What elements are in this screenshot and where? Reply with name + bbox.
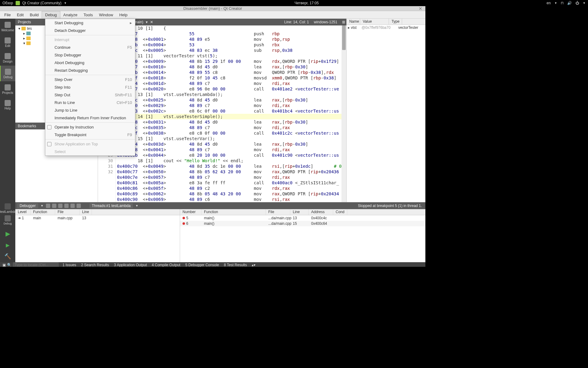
step-out-icon[interactable] xyxy=(70,204,75,208)
menu-analyze[interactable]: Analyze xyxy=(60,11,81,18)
build-button[interactable]: 🔨 xyxy=(0,251,15,262)
col-type[interactable]: Type xyxy=(389,19,402,25)
window-titlebar: Disassembler (main) - Qt Creator ✕ xyxy=(0,6,425,11)
step-into-icon[interactable] xyxy=(64,204,69,208)
network-icon[interactable]: ⊓ xyxy=(561,1,564,5)
menu-edit[interactable]: Edit xyxy=(14,11,27,18)
sidebar-item-debug[interactable]: Debug xyxy=(0,66,15,81)
run-debug-button[interactable]: ▶ xyxy=(0,240,15,251)
stack-line: 13 xyxy=(80,216,89,220)
menu-item-interrupt: Interrupt xyxy=(45,36,135,44)
col-number[interactable]: Number xyxy=(180,209,202,215)
menu-item-continue[interactable]: ContinueF5 xyxy=(45,44,135,51)
target-selector[interactable]: testLambdaDebug xyxy=(0,200,15,228)
gnome-topbar: Обзор Qt Creator (Community)▼ Четверг, 1… xyxy=(0,0,588,6)
split-editor-icon[interactable]: ⊞ xyxy=(342,20,345,24)
volume-icon[interactable]: 🔊 xyxy=(567,1,572,5)
close-tab-icon[interactable]: ✕ xyxy=(150,20,153,24)
step-over-icon[interactable] xyxy=(58,204,62,208)
menu-bar: FileEditBuildDebugAnalyzeToolsWindowHelp xyxy=(0,11,425,19)
debugger-status: Stopped at breakpoint 5 (1) in thread 1. xyxy=(358,204,422,208)
col-name[interactable]: Name xyxy=(347,19,360,25)
col-value[interactable]: Value xyxy=(360,19,389,25)
col-address[interactable]: Address xyxy=(309,209,333,215)
menu-item-detach-debugger[interactable]: Detach Debugger xyxy=(45,27,135,34)
checkbox-icon xyxy=(47,142,51,146)
tab-dropdown-icon[interactable]: ▾ xyxy=(146,20,148,24)
menu-item-operate-by-instruction[interactable]: Operate by Instruction xyxy=(45,123,135,131)
menu-item-select: Select xyxy=(45,148,135,155)
col-function[interactable]: Function xyxy=(31,209,55,215)
menu-item-restart-debugging[interactable]: Restart Debugging xyxy=(45,67,135,74)
menu-help[interactable]: Help xyxy=(116,11,130,18)
menu-item-toggle-breakpoint[interactable]: Toggle BreakpointF9 xyxy=(45,131,135,139)
stop-icon xyxy=(48,53,52,57)
col-file[interactable]: File xyxy=(266,209,290,215)
breakpoints-view[interactable]: Number Function File Line Address Cond 5… xyxy=(180,209,444,262)
menu-item-start-debugging[interactable]: Start Debugging▸ xyxy=(45,19,135,27)
thread-selector[interactable]: Threads:#1 testLambda xyxy=(89,203,133,208)
debug-menu-dropdown: Start Debugging▸Detach DebuggerInterrupt… xyxy=(45,19,135,156)
play-icon xyxy=(48,45,52,50)
step-icon xyxy=(48,78,52,82)
menu-build[interactable]: Build xyxy=(27,11,42,18)
close-icon[interactable]: ✕ xyxy=(419,6,422,11)
col-function[interactable]: Function xyxy=(202,209,266,215)
menu-item-step-over[interactable]: Step OverF10 xyxy=(45,76,135,83)
menu-item-stop-debugger[interactable]: Stop Debugger xyxy=(45,51,135,59)
stack-view[interactable]: Level Function File Line ➜ 1 main main.c… xyxy=(15,209,180,262)
more-icon[interactable]: ▴▾ xyxy=(252,263,255,267)
app-menu[interactable]: Qt Creator (Community) xyxy=(22,1,62,5)
menu-window[interactable]: Window xyxy=(96,11,116,18)
toggle-sidebar-icon[interactable]: ▣ xyxy=(2,263,6,267)
project-root[interactable]: tes xyxy=(27,26,32,31)
sidebar-item-welcome[interactable]: Welcome xyxy=(0,19,15,34)
step-icon xyxy=(48,85,52,90)
menu-item-step-out[interactable]: Step OutShift+F11 xyxy=(45,91,135,99)
debugger-toolbar: Debugger▼ Threads:#1 testLambda▼ Stopped… xyxy=(15,202,444,209)
search-icon: 🔍 xyxy=(7,263,12,267)
menu-debug[interactable]: Debug xyxy=(42,11,60,18)
line-col-label[interactable]: Line: 14, Col: 1 xyxy=(284,20,309,24)
instruction-icon[interactable] xyxy=(77,204,81,208)
menu-item-abort-debugging[interactable]: Abort Debugging xyxy=(45,59,135,67)
lang-indicator[interactable]: en xyxy=(547,1,551,5)
activities-label[interactable]: Обзор xyxy=(2,1,13,5)
stop-icon[interactable] xyxy=(52,204,56,208)
sidebar-item-edit[interactable]: Edit xyxy=(0,34,15,50)
run-button[interactable]: ▶ xyxy=(0,228,15,240)
col-line[interactable]: Line xyxy=(80,209,92,215)
sidebar-item-design[interactable]: Design xyxy=(0,50,15,66)
pause-icon xyxy=(48,38,52,42)
menu-item-jump-to-line[interactable]: Jump to Line xyxy=(45,106,135,114)
var-value: @0x7ffef976ba70 xyxy=(361,25,398,30)
breakpoint-row[interactable]: 6main()...da/main.cpp150x400c64 xyxy=(180,221,444,226)
menu-item-step-into[interactable]: Step IntoF11 xyxy=(45,83,135,91)
col-file[interactable]: File xyxy=(55,209,80,215)
menu-item-run-to-line[interactable]: Run to LineCtrl+F10 xyxy=(45,99,135,106)
power-icon[interactable]: ⏻ xyxy=(575,1,579,5)
submenu-arrow-icon: ▸ xyxy=(130,21,132,25)
menu-tools[interactable]: Tools xyxy=(81,11,96,18)
menu-item-immediately-return-from-inner-function[interactable]: Immediately Return From Inner Function xyxy=(45,114,135,122)
col-cond[interactable]: Cond xyxy=(333,209,347,215)
select-icon xyxy=(48,150,52,154)
stack-file: main.cpp xyxy=(55,216,80,220)
stack-level: 1 xyxy=(22,216,24,220)
step-icon xyxy=(48,93,52,97)
col-line[interactable]: Line xyxy=(290,209,309,215)
breakpoint-row[interactable]: 5main()...da/main.cpp130x400c4c xyxy=(180,215,444,221)
sidebar-item-projects[interactable]: Projects xyxy=(0,81,15,97)
encoding-label[interactable]: windows-1251 xyxy=(314,20,337,24)
debugger-selector[interactable]: Debugger xyxy=(17,203,38,208)
var-name[interactable]: vtst xyxy=(351,25,357,30)
qt-icon xyxy=(16,1,20,5)
col-level[interactable]: Level xyxy=(15,209,31,215)
stack-func: main xyxy=(31,216,55,220)
sidebar-item-help[interactable]: Help xyxy=(0,97,15,113)
vertical-scrollbar[interactable] xyxy=(341,25,346,202)
menu-file[interactable]: File xyxy=(1,11,14,18)
clock-label[interactable]: Четверг, 17:05 xyxy=(295,1,319,5)
continue-icon[interactable] xyxy=(46,204,50,208)
menu-item-show-application-on-top: Show Application on Top xyxy=(45,140,135,148)
